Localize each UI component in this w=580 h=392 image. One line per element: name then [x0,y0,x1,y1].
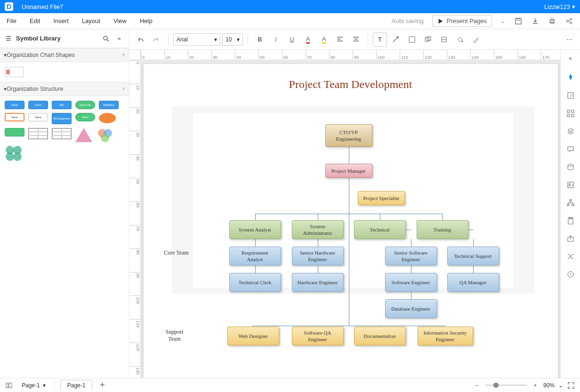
group-icon[interactable] [421,32,435,47]
align-left-icon[interactable] [333,32,347,47]
node-sse[interactable]: Senior Software Engineer [385,247,437,265]
shape-name[interactable]: Name [5,101,24,109]
share-icon[interactable] [565,17,573,25]
close-section-icon[interactable]: × [122,52,125,58]
zoom-slider[interactable] [485,384,527,386]
outline-icon[interactable] [5,381,13,390]
bold-icon[interactable]: B [253,32,267,47]
node-sysadmin[interactable]: System Administrator [292,220,344,239]
clipboard-panel-icon[interactable] [565,216,576,226]
label-support-team[interactable]: Support Team [161,328,189,343]
node-ts[interactable]: Technical Support [447,247,499,265]
download-icon[interactable] [531,17,540,25]
pen-icon[interactable] [469,32,483,47]
align-vertical-icon[interactable] [349,32,363,47]
collapse-sidebar-icon[interactable]: « [115,34,123,43]
node-cto[interactable]: CTO/VP Engineering [325,124,372,147]
diagram-title[interactable]: Project Team Development [144,78,558,91]
menu-insert[interactable]: Insert [53,17,69,24]
comment-panel-icon[interactable] [565,144,576,154]
node-req[interactable]: Requirement Analyst [229,247,281,265]
underline-icon[interactable]: U [285,32,299,47]
canvas[interactable]: 0102030405060708090100110120130140150160… [129,50,560,378]
print-icon[interactable] [548,17,556,25]
shape-table-green[interactable] [5,128,24,136]
node-pm[interactable]: Project Manager [325,164,372,178]
section-org-structure[interactable]: ▾ Organization Structure × [0,82,129,96]
node-sa[interactable]: System Analyst [229,220,281,239]
node-se[interactable]: Software Engineer [385,273,437,292]
node-tech[interactable]: Technical [354,220,406,239]
menu-help[interactable]: Help [140,17,153,24]
node-dbe[interactable]: Database Engineer [385,299,437,318]
shape-triangle[interactable] [75,128,92,142]
align-tool-icon[interactable] [437,32,451,47]
shape-card[interactable] [5,67,24,77]
present-pages-button[interactable]: Present Pages [432,15,492,27]
shape-venn[interactable] [96,128,115,142]
node-ise[interactable]: Information Security Engineer [418,327,473,345]
node-he[interactable]: Hardware Engineer [292,273,344,292]
font-size-select[interactable]: 10▾ [222,33,243,46]
bucket-icon[interactable] [453,32,467,47]
add-page-icon[interactable]: + [98,381,106,390]
zoom-out-icon[interactable]: − [473,381,481,390]
undo-icon[interactable] [133,32,147,47]
fill-color-icon[interactable] [405,32,419,47]
export-panel2-icon[interactable] [565,233,576,244]
highlight-icon[interactable]: A [317,32,331,47]
menu-edit[interactable]: Edit [30,17,40,24]
section-org-chart-shapes[interactable]: ▾ Organization Chart Shapes × [0,48,129,62]
shape-staffname[interactable]: StaffName [99,101,119,109]
page-tab[interactable]: Page-1 [60,380,93,391]
fullscreen-icon[interactable] [567,381,575,390]
menu-file[interactable]: File [7,17,16,24]
save-icon[interactable] [514,17,523,25]
connector-icon[interactable] [389,32,403,47]
more-icon[interactable]: ⋯ [562,32,576,47]
user-menu[interactable]: Lizzie123▾ [544,3,575,10]
chevron-down-icon[interactable]: ⌄ [558,382,563,389]
hierarchy-panel-icon[interactable] [565,198,576,208]
text-tool-icon[interactable]: T [373,32,387,47]
shape-name-title[interactable]: Name Title [75,101,95,109]
shuffle-panel-icon[interactable] [565,251,576,262]
node-doc[interactable]: Documentation [354,327,406,345]
data-panel-icon[interactable] [565,162,576,172]
shape-name-pill[interactable]: Name [75,113,95,121]
node-she[interactable]: Senior Hardware Engineer [292,247,344,265]
node-tc[interactable]: Technical Clerk [229,273,281,292]
shape-title[interactable]: Title [52,101,72,109]
font-family-select[interactable]: Arial▾ [173,33,220,46]
shape-name2[interactable]: Name [28,101,48,109]
export-panel-icon[interactable] [565,90,576,101]
search-icon[interactable] [102,34,110,43]
node-sqe[interactable]: Software QA Engineer [292,327,344,345]
layers-panel-icon[interactable] [565,126,576,136]
zoom-value[interactable]: 90% [543,382,555,389]
shape-name-border[interactable]: Name [5,113,24,121]
node-ps[interactable]: Project Specialist [358,191,405,205]
shape-grid2[interactable] [52,128,72,139]
label-core-team[interactable]: Core Team [162,249,191,256]
menu-layout[interactable]: Layout [82,17,100,24]
menu-view[interactable]: View [113,17,127,24]
redo-icon[interactable] [149,32,163,47]
chevron-down-icon[interactable]: ⌄ [500,17,506,24]
shape-circles[interactable] [5,146,24,160]
page-selector[interactable]: Page-1 ▾ [19,381,48,390]
shape-oval[interactable] [99,113,116,123]
shape-name-plain[interactable]: Name [28,113,48,121]
zoom-in-icon[interactable]: + [531,381,540,390]
style-panel-icon[interactable] [565,72,576,83]
expand-panel-icon[interactable]: « [565,53,576,63]
grid-panel-icon[interactable] [565,108,576,119]
page[interactable]: Project Team Development Core Team Suppo… [144,64,558,378]
italic-icon[interactable]: I [269,32,283,47]
font-color-icon[interactable]: A [301,32,315,47]
image-panel-icon[interactable] [565,180,576,190]
shape-grid[interactable] [28,128,48,139]
history-panel-icon[interactable] [565,269,576,280]
shape-title-dept[interactable]: Title Department [52,113,72,124]
node-qa[interactable]: QA Manager [447,273,499,292]
